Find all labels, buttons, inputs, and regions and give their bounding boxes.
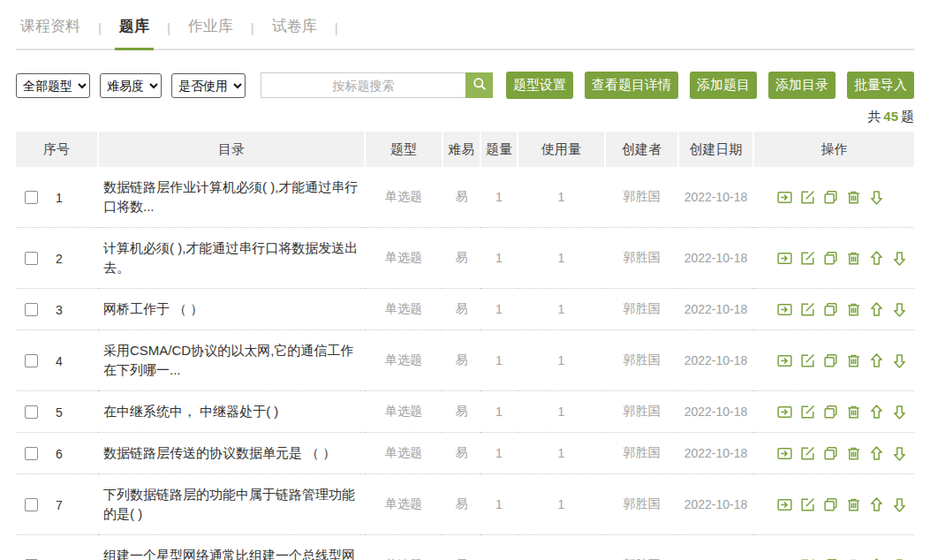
tab-homework-bank[interactable]: 作业库 (184, 16, 238, 49)
question-title: 数据链路层作业计算机必须( ),才能通过串行口将数... (98, 167, 365, 228)
copy-icon[interactable] (822, 189, 839, 206)
row-checkbox[interactable] (25, 252, 38, 265)
tab-question-bank[interactable]: 题库 (115, 16, 154, 50)
question-count: 45 (881, 109, 901, 124)
search-button[interactable] (465, 72, 493, 98)
move-icon[interactable] (776, 496, 793, 513)
move-up-icon[interactable] (868, 352, 885, 369)
copy-icon[interactable] (822, 404, 839, 420)
summary-suffix: 题 (901, 109, 914, 124)
copy-icon[interactable] (822, 352, 839, 369)
question-type-select[interactable]: 全部题型 (16, 73, 90, 98)
row-checkbox[interactable] (25, 354, 38, 367)
row-checkbox[interactable] (25, 191, 38, 204)
move-down-icon[interactable] (891, 496, 908, 513)
edit-icon[interactable] (799, 404, 816, 420)
move-icon[interactable] (776, 404, 793, 420)
delete-icon[interactable] (845, 250, 862, 267)
delete-icon[interactable] (845, 352, 862, 369)
edit-icon[interactable] (799, 352, 816, 369)
copy-icon[interactable] (822, 557, 839, 560)
question-creator: 郭胜国 (605, 289, 678, 330)
question-quantity: 1 (480, 474, 518, 535)
move-up-icon[interactable] (868, 250, 885, 267)
search-input[interactable] (261, 72, 465, 98)
delete-icon[interactable] (845, 301, 862, 318)
tab-separator: | (98, 20, 102, 49)
question-create-date: 2022-10-18 (678, 167, 753, 228)
table-row: 6 数据链路层传送的协议数据单元是 （ ） 单选题 易 1 1 郭胜国 2022… (16, 433, 914, 474)
batch-import-button[interactable]: 批量导入 (847, 72, 914, 99)
search-box (261, 72, 493, 98)
move-up-icon[interactable] (868, 301, 885, 318)
move-up-icon[interactable] (868, 404, 885, 420)
move-icon[interactable] (776, 250, 793, 267)
move-icon[interactable] (776, 352, 793, 369)
table-row: 1 数据链路层作业计算机必须( ),才能通过串行口将数... 单选题 易 1 1… (16, 167, 914, 228)
question-creator: 郭胜国 (605, 228, 678, 289)
delete-icon[interactable] (845, 404, 862, 420)
move-icon[interactable] (776, 301, 793, 318)
edit-icon[interactable] (799, 189, 816, 206)
question-creator: 郭胜国 (605, 167, 678, 228)
add-question-button[interactable]: 添加题目 (690, 72, 757, 99)
question-creator: 郭胜国 (605, 391, 678, 433)
move-down-icon[interactable] (868, 189, 885, 206)
delete-icon[interactable] (845, 557, 862, 560)
question-title: 组建一个星型网络通常比组建一个总线型网络昂贵,是... (98, 535, 365, 560)
question-type-settings-button[interactable]: 题型设置 (506, 72, 573, 99)
tab-testpaper-bank[interactable]: 试卷库 (268, 16, 321, 49)
copy-icon[interactable] (822, 250, 839, 267)
question-usage: 1 (518, 391, 605, 433)
difficulty-select[interactable]: 难易度 (100, 73, 162, 98)
table-body: 1 数据链路层作业计算机必须( ),才能通过串行口将数... 单选题 易 1 1… (16, 167, 914, 560)
move-down-icon[interactable] (891, 404, 908, 420)
move-icon[interactable] (776, 445, 793, 462)
usage-select[interactable]: 是否使用 (171, 73, 246, 98)
move-up-icon[interactable] (868, 557, 885, 560)
question-usage: 1 (518, 330, 605, 391)
header-create-date: 创建日期 (678, 132, 753, 167)
move-icon[interactable] (776, 557, 793, 560)
delete-icon[interactable] (845, 445, 862, 462)
move-down-icon[interactable] (891, 352, 908, 369)
edit-icon[interactable] (799, 301, 816, 318)
copy-icon[interactable] (822, 301, 839, 318)
move-down-icon[interactable] (891, 557, 908, 560)
table-row: 4 采用CSMA/CD协议的以太网,它的通信工作在下列哪一... 单选题 易 1… (16, 330, 914, 391)
move-down-icon[interactable] (891, 445, 908, 462)
question-quantity: 1 (480, 330, 518, 391)
row-actions (776, 404, 909, 420)
edit-icon[interactable] (799, 250, 816, 267)
copy-icon[interactable] (822, 445, 839, 462)
question-quantity: 1 (480, 289, 518, 330)
row-checkbox[interactable] (25, 405, 38, 419)
row-checkbox[interactable] (25, 303, 38, 316)
question-type: 单选题 (365, 330, 442, 391)
tab-course-materials[interactable]: 课程资料 (16, 16, 85, 49)
move-up-icon[interactable] (868, 445, 885, 462)
table-row: 7 下列数据链路层的功能中属于链路管理功能的是( ) 单选题 易 1 1 郭胜国… (16, 474, 914, 535)
table-row: 2 计算机必须( ),才能通过串行口将数据发送出去。 单选题 易 1 1 郭胜国… (16, 228, 914, 289)
tab-separator: | (251, 20, 254, 49)
question-count-summary: 共45题 (16, 109, 914, 125)
delete-icon[interactable] (845, 189, 862, 206)
question-usage: 1 (518, 289, 605, 330)
edit-icon[interactable] (799, 557, 816, 560)
edit-icon[interactable] (799, 445, 816, 462)
view-question-details-button[interactable]: 查看题目详情 (585, 72, 678, 99)
question-creator: 郭胜国 (605, 330, 678, 391)
row-actions (776, 496, 909, 513)
row-checkbox[interactable] (25, 498, 38, 511)
edit-icon[interactable] (799, 496, 816, 513)
move-up-icon[interactable] (868, 496, 885, 513)
add-directory-button[interactable]: 添加目录 (768, 72, 835, 99)
copy-icon[interactable] (822, 496, 839, 513)
delete-icon[interactable] (845, 496, 862, 513)
question-title: 下列数据链路层的功能中属于链路管理功能的是( ) (98, 474, 365, 535)
row-checkbox[interactable] (25, 447, 38, 460)
move-down-icon[interactable] (891, 301, 908, 318)
question-title: 数据链路层传送的协议数据单元是 （ ） (98, 433, 365, 474)
move-icon[interactable] (776, 189, 793, 206)
move-down-icon[interactable] (891, 250, 908, 267)
